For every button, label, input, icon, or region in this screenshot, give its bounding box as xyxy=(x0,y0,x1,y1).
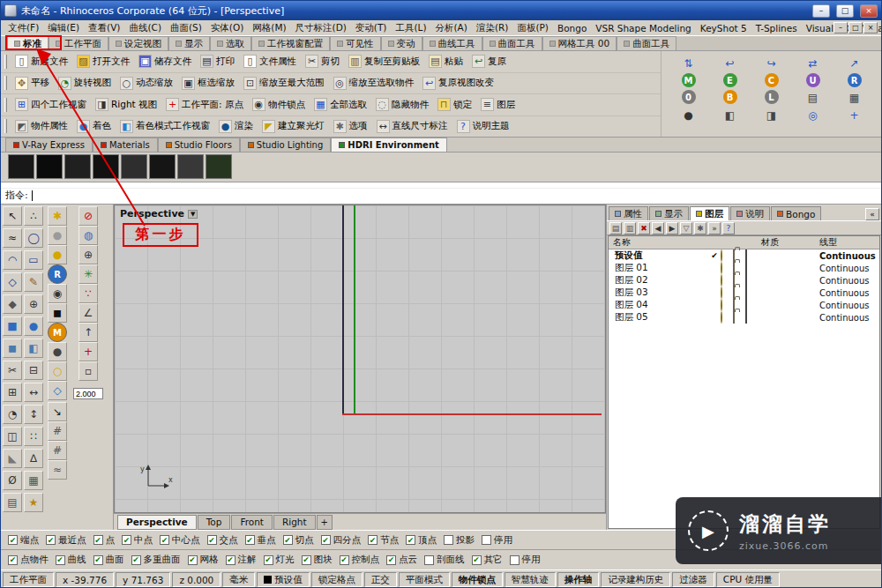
checkbox-icon[interactable] xyxy=(131,555,141,565)
toolbar-tab[interactable]: 变动 xyxy=(381,36,422,50)
checkbox-icon[interactable] xyxy=(245,535,255,545)
undo-arrow-icon[interactable]: ↩ xyxy=(710,56,750,71)
circle-icon[interactable]: ◯ xyxy=(24,228,43,248)
checkbox-icon[interactable] xyxy=(510,555,519,565)
layer-linetype[interactable]: Continuous xyxy=(819,264,879,273)
new-layer-icon[interactable]: ▤ xyxy=(609,222,622,234)
panel-tab[interactable]: 属性 xyxy=(609,206,648,220)
panel-tab[interactable]: 说明 xyxy=(730,206,770,220)
toolbar-button[interactable]: ↩ 复原视图改变 xyxy=(418,75,498,92)
toolbar-button[interactable]: ↔ 直线尺寸标注 xyxy=(372,118,452,135)
layer-visibility-bulb-icon[interactable] xyxy=(721,249,722,262)
menu-item[interactable]: 曲面(S) xyxy=(166,21,206,35)
layer-row[interactable]: 图层 02 Continuous xyxy=(609,274,879,287)
checkbox-icon[interactable] xyxy=(386,555,396,565)
toolbar-button[interactable]: ○ 动态缩放 xyxy=(116,75,177,92)
toolbar-tab[interactable]: 工作平面 xyxy=(49,36,108,50)
lamp-icon[interactable]: ○ xyxy=(48,361,67,381)
toolbar-button[interactable]: ▦ 全部选取 xyxy=(310,96,371,113)
toolbar-button[interactable]: ⊞ 四个工作视窗 xyxy=(11,96,91,113)
vray-utility-icon[interactable]: U xyxy=(806,73,820,87)
toolbar-grip[interactable] xyxy=(4,76,7,90)
osnap-toggle[interactable]: 最近点 xyxy=(46,534,86,547)
toolbar-button[interactable]: ◧ 着色模式工作视窗 xyxy=(116,118,214,135)
vray-light-icon[interactable]: L xyxy=(765,90,779,104)
menu-item[interactable]: 文件(F) xyxy=(4,21,43,35)
menu-item[interactable]: T-Splines xyxy=(751,22,802,34)
selection-filter-toggle[interactable]: 图块 xyxy=(302,554,333,566)
layer-color-swatch[interactable] xyxy=(745,249,747,262)
material-thumbnail[interactable] xyxy=(36,154,63,179)
pan-up-down-icon[interactable]: ⇅ xyxy=(669,56,708,71)
array-icon[interactable]: ∷ xyxy=(24,427,43,446)
extrude-icon[interactable]: ◧ xyxy=(24,339,43,358)
checkbox-icon[interactable] xyxy=(321,535,331,545)
swap-view-icon[interactable]: ⇄ xyxy=(793,56,833,71)
viewport-tab[interactable]: Front xyxy=(231,515,273,530)
menu-item[interactable]: 工具(L) xyxy=(391,21,430,35)
sphere-dark-icon[interactable]: ● xyxy=(48,342,67,361)
toolbar-tab[interactable]: 曲线工具 xyxy=(422,36,482,50)
toolbar-button[interactable]: ? 说明主题 xyxy=(452,118,514,135)
dot-icon[interactable]: ▫ xyxy=(78,361,98,381)
viewport-title[interactable]: Perspective ▼ xyxy=(120,208,198,220)
toolbar-button[interactable]: ▯ 文件属性 xyxy=(239,53,301,70)
status-segment[interactable]: y 71.763 xyxy=(116,572,170,587)
layer-row[interactable]: 图层 05 Continuous xyxy=(609,311,879,324)
toolbar-button[interactable]: ◤ 建立聚光灯 xyxy=(258,118,329,135)
material-library-tab[interactable]: V-Ray Express xyxy=(5,138,93,152)
boolean-icon[interactable]: ★ xyxy=(24,493,43,512)
rgb-dots-icon[interactable]: ∵ xyxy=(78,284,98,303)
sphere-gold-icon[interactable]: ● xyxy=(48,245,67,264)
toolbar-grip[interactable] xyxy=(4,98,7,112)
toolbar-tab[interactable]: 工作视窗配置 xyxy=(251,36,330,50)
toolbar-button[interactable]: ✥ 平移 xyxy=(11,75,54,92)
checkbox-icon[interactable] xyxy=(368,535,377,545)
osnap-toggle[interactable]: 中心点 xyxy=(160,534,200,547)
move-right-icon[interactable]: ▶ xyxy=(666,222,678,234)
layer-color-swatch[interactable] xyxy=(745,262,747,274)
target-icon[interactable]: ◎ xyxy=(793,108,833,123)
crosshair-icon[interactable]: + xyxy=(78,342,98,361)
toolbar-button[interactable]: ◨ Right 视图 xyxy=(91,96,161,113)
status-segment[interactable]: z 0.000 xyxy=(172,572,220,587)
checkbox-icon[interactable] xyxy=(444,535,453,545)
material-thumbnail[interactable] xyxy=(64,154,91,179)
status-segment[interactable]: 工作平面 xyxy=(3,572,54,587)
sphere-gray-icon[interactable]: ● xyxy=(48,226,67,245)
toolbar-button[interactable]: ▨ 打开文件 xyxy=(72,53,134,70)
status-segment[interactable]: 记录建构历史 xyxy=(601,572,670,587)
layer-visibility-bulb-icon[interactable] xyxy=(721,311,722,324)
new-sublayer-icon[interactable]: ▥ xyxy=(624,222,636,234)
layer-tools-icon[interactable]: ✱ xyxy=(694,222,706,234)
maximize-button[interactable]: □ xyxy=(836,4,854,18)
new-viewport-tab-button[interactable]: + xyxy=(317,515,333,530)
child-minimize-button[interactable]: – xyxy=(833,22,848,33)
toolbar-tab[interactable]: 选取 xyxy=(210,36,251,50)
hatch-icon[interactable]: # xyxy=(48,421,67,441)
control-points-icon[interactable]: ∴ xyxy=(24,206,43,226)
grid-snap-icon[interactable]: # xyxy=(48,441,67,460)
osnap-toggle[interactable]: 中点 xyxy=(122,534,153,547)
toolbar-tab[interactable]: 显示 xyxy=(168,36,210,50)
layer-row[interactable]: 图层 01 Continuous xyxy=(609,262,879,274)
material-black-icon[interactable]: ◼ xyxy=(48,303,67,323)
checkbox-icon[interactable] xyxy=(8,535,18,545)
checkbox-icon[interactable] xyxy=(472,555,482,565)
selection-filter-toggle[interactable]: 网格 xyxy=(188,554,219,566)
angle-icon[interactable]: ∠ xyxy=(78,303,98,323)
move-icon[interactable]: ↔ xyxy=(24,383,43,402)
toolbar-button[interactable]: ⊡ 缩放至最大范围 xyxy=(239,75,329,92)
offset-icon[interactable]: Ø xyxy=(3,471,22,490)
polyline-icon[interactable]: ✎ xyxy=(24,272,43,292)
menu-item[interactable]: 尺寸标注(D) xyxy=(291,21,351,35)
selection-filter-toggle[interactable]: 控制点 xyxy=(340,554,380,566)
osnap-toggle[interactable]: 顶点 xyxy=(406,534,437,547)
cylinder-icon[interactable]: ◼ xyxy=(3,339,22,358)
perspective-viewport[interactable]: Perspective ▼ y x xyxy=(114,205,606,513)
layer-visibility-bulb-icon[interactable] xyxy=(721,262,722,274)
checkbox-icon[interactable] xyxy=(93,555,103,565)
polygon-icon[interactable]: ◇ xyxy=(3,272,22,292)
toolbar-grip[interactable] xyxy=(4,119,7,133)
toolbar-grip[interactable] xyxy=(4,55,7,69)
